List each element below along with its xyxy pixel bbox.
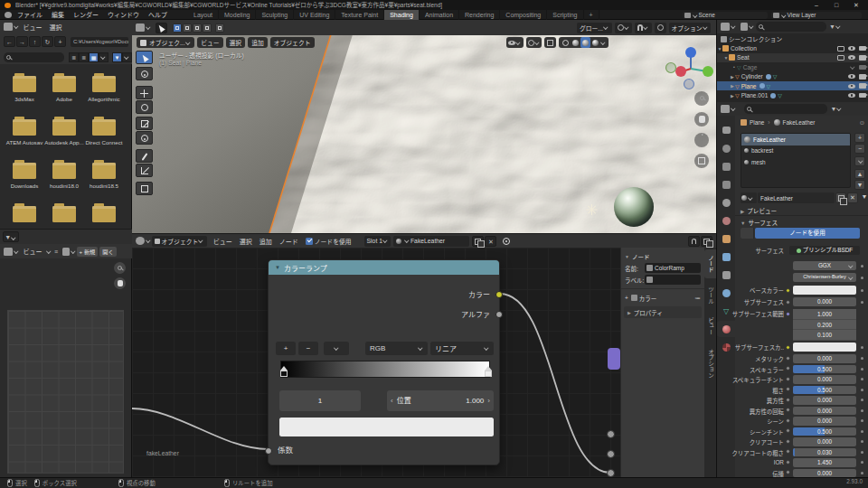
select-box-tool[interactable] <box>136 51 153 64</box>
mode-dropdown[interactable]: オブジェク... <box>137 37 194 48</box>
surface-shader-dropdown[interactable]: プリンシプルBSDF <box>789 246 860 255</box>
search-input[interactable] <box>4 52 64 62</box>
folder-item[interactable]: houdini18.5 <box>84 160 124 203</box>
radius-value-field[interactable]: 0.200 <box>793 320 856 331</box>
select-subtract-icon[interactable] <box>193 23 202 33</box>
property-slider[interactable]: 0.000 <box>793 437 856 446</box>
hidden-node-socket[interactable] <box>607 469 615 477</box>
sidebar-tab[interactable]: ツール <box>704 281 716 310</box>
viewport-menu[interactable]: 追加 <box>248 37 268 48</box>
property-slider[interactable]: 0.500 <box>793 427 856 436</box>
refresh-button[interactable]: ↻ <box>42 36 53 47</box>
new-image-button[interactable]: + 新規 <box>77 247 99 257</box>
annotate-tool[interactable] <box>136 149 153 163</box>
shading-material-icon[interactable] <box>580 37 590 48</box>
image-menu-view[interactable]: ビュー <box>20 247 46 256</box>
active-tool-icon[interactable] <box>156 23 167 33</box>
tab-scene[interactable] <box>717 194 735 211</box>
colorramp-node[interactable]: ▼カラーランプ カラー アルファ + − RGB リニア 1 ‹ 位置 1.00… <box>268 259 500 465</box>
overlay-toggle-icon[interactable] <box>701 236 712 247</box>
sidebar-tab[interactable]: ノード <box>704 249 716 278</box>
properties-filter-icon[interactable]: ▼ <box>831 106 837 112</box>
workspace-tab[interactable]: Scripting <box>547 10 583 20</box>
minimize-button[interactable]: – <box>812 0 821 10</box>
workspace-tab[interactable]: Modeling <box>219 10 256 20</box>
measure-tool[interactable] <box>136 164 153 177</box>
cursor-tool[interactable] <box>136 67 153 80</box>
xray-icon[interactable] <box>544 37 556 48</box>
workspace-tab[interactable]: Layout <box>188 10 219 20</box>
outliner-filter-icon[interactable]: ▼ <box>829 23 835 30</box>
options-dropdown[interactable]: オプション <box>669 23 711 33</box>
radius-value-field[interactable]: 1.000 <box>793 309 856 320</box>
workspace-tab[interactable]: Shading <box>384 10 420 20</box>
menu-item[interactable]: ウィンドウ <box>103 10 144 20</box>
shader-type-dropdown[interactable]: オブジェクト <box>152 236 207 247</box>
properties-section-header[interactable]: ▶プロパティ <box>624 306 702 318</box>
visibility-dropdown[interactable] <box>506 37 524 48</box>
workspace-tab[interactable]: Sculpting <box>256 10 294 20</box>
property-slider[interactable]: 0.000 <box>793 354 856 363</box>
node-editor-menu[interactable]: 追加 <box>256 237 276 246</box>
outliner-row-plane[interactable]: ▶▽Plane ▽ <box>717 81 868 90</box>
color-output-socket[interactable] <box>495 291 503 298</box>
property-slider[interactable]: 0.500 <box>793 386 856 395</box>
surface-section[interactable]: ▼サーフェス <box>741 218 778 227</box>
tab-object[interactable] <box>717 230 735 247</box>
new-folder-button[interactable]: + <box>54 36 66 47</box>
pivot-point-dropdown[interactable] <box>615 23 633 33</box>
tab-texture[interactable] <box>717 339 735 355</box>
image-editor-icon[interactable] <box>4 248 13 256</box>
file-browser-editor-icon[interactable] <box>4 23 13 31</box>
stop-color-swatch[interactable] <box>279 418 494 436</box>
snap-magnet-icon[interactable] <box>635 23 652 33</box>
viewport-perspective-icon[interactable] <box>694 154 709 168</box>
viewport-zoom-icon[interactable] <box>694 91 709 106</box>
tab-view-layer[interactable] <box>717 176 735 192</box>
position-slider[interactable]: ‹ 位置 1.000 › <box>387 390 494 411</box>
view-detail-icon[interactable]: ≣ <box>79 52 89 62</box>
slot-specials-dropdown[interactable] <box>854 156 865 166</box>
interpolation-dropdown[interactable]: リニア <box>430 342 494 355</box>
filter-type-icon[interactable]: ▼ <box>3 231 19 242</box>
material-name-field[interactable]: FakeLeather <box>758 192 835 203</box>
node-editor-menu[interactable]: ビュー <box>210 237 236 246</box>
subsurface-method-dropdown[interactable]: Christensen-Burley <box>793 273 856 282</box>
property-slider[interactable]: 1.450 <box>793 458 856 467</box>
unlink-material-icon[interactable]: ✕ <box>485 236 496 247</box>
node-editor-menu[interactable]: ノード <box>276 237 302 246</box>
image-canvas-grid[interactable] <box>7 310 124 474</box>
image-icon[interactable] <box>62 248 70 256</box>
folder-item[interactable]: Direct Connect <box>84 117 124 160</box>
subsurface-color-swatch[interactable] <box>793 343 856 352</box>
outliner-row-cylinder[interactable]: ▶▽Cylinder ▽ <box>717 72 868 81</box>
add-stop-button[interactable]: + <box>276 342 296 355</box>
subsurface-slider[interactable]: 0.000 <box>793 297 856 306</box>
filter-dropdown[interactable] <box>122 52 132 62</box>
add-workspace-button[interactable]: + <box>584 10 599 20</box>
use-nodes-button[interactable]: ノードを使用 <box>755 228 860 239</box>
menu-item[interactable]: レンダー <box>69 10 103 20</box>
folder-item[interactable]: houdini18.0 <box>44 160 84 203</box>
maximize-button[interactable]: □ <box>832 0 841 10</box>
folder-item[interactable]: ATEM Autosav <box>5 117 44 160</box>
workspace-tab[interactable]: Rendering <box>459 10 500 20</box>
pan-hand-icon[interactable] <box>114 277 126 289</box>
node-panel-header[interactable]: ▼ノード <box>621 250 704 262</box>
slot-backrest[interactable]: backrest <box>741 145 850 157</box>
alpha-output-socket[interactable] <box>495 311 503 318</box>
select-intersect-icon[interactable] <box>215 23 224 33</box>
copy-material-button[interactable] <box>835 192 846 203</box>
viewport-menu[interactable]: ビュー <box>197 37 222 48</box>
node-editor-icon[interactable] <box>136 237 145 245</box>
folder-item[interactable]: Downloads <box>5 160 44 203</box>
pin-icon[interactable]: ⊙ <box>860 119 864 127</box>
viewport-camera-icon[interactable] <box>694 133 709 147</box>
hidden-node-socket[interactable] <box>607 430 615 438</box>
property-slider[interactable]: 0.500 <box>793 365 856 374</box>
transform-tool[interactable] <box>136 131 153 145</box>
slot-dropdown[interactable]: Slot 1 <box>364 236 392 247</box>
color-attribute-row[interactable]: +カラー ≔ <box>621 292 704 304</box>
workspace-tab[interactable]: Animation <box>420 10 459 20</box>
menu-item[interactable]: ファイル <box>13 10 47 20</box>
